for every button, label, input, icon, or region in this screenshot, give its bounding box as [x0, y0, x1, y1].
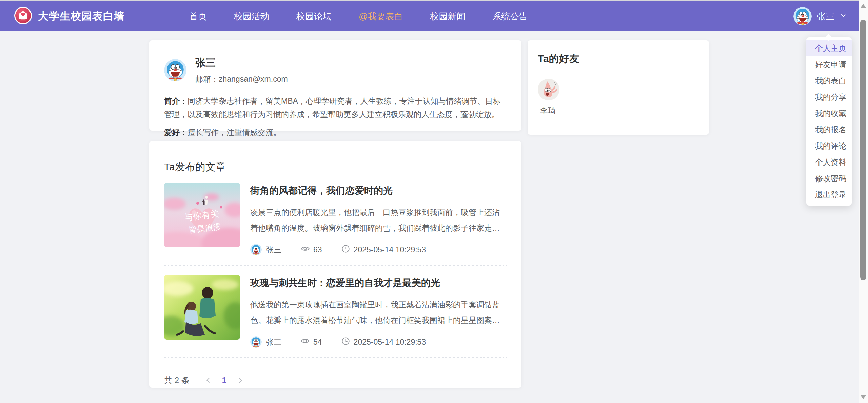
pagination-prev-button[interactable]: [204, 376, 213, 385]
menu-item-profile-info[interactable]: 个人资料: [806, 154, 852, 170]
friend-avatar: [538, 79, 559, 100]
pagination-total: 共 2 条: [164, 375, 190, 386]
clock-icon: [341, 244, 350, 255]
main-content: 张三 邮箱：zhangsan@xm.com 简介：同济大学杂志社作者，留美MBA…: [149, 40, 709, 388]
user-avatar: [793, 7, 812, 25]
article-title[interactable]: 街角的风都记得，我们恋爱时的光: [250, 184, 507, 197]
views-count: 54: [313, 338, 322, 347]
divider: [164, 357, 507, 358]
chevron-down-icon: [840, 12, 847, 21]
friend-item[interactable]: 李琦: [538, 79, 565, 116]
article-thumbnail[interactable]: [164, 275, 240, 340]
nav-item-campus-news[interactable]: 校园新闻: [430, 11, 465, 22]
divider: [164, 265, 507, 266]
profile-email: 邮箱：zhangsan@xm.com: [195, 74, 288, 84]
menu-item-my-shares[interactable]: 我的分享: [806, 89, 852, 105]
menu-item-change-password[interactable]: 修改密码: [806, 170, 852, 187]
nav-item-system-announcements[interactable]: 系统公告: [492, 11, 528, 22]
menu-item-friend-requests[interactable]: 好友申请: [806, 56, 852, 73]
article-excerpt: 他送我的第一束玫瑰插在画室陶罐里时，我正戴着沾满油彩的手套调钴蓝色。花瓣上的露水…: [250, 297, 507, 328]
article-item: 街角的风都记得，我们恋爱时的光 凌晨三点的便利店暖光里，他把最后一口热豆浆推到我…: [164, 183, 507, 255]
window-scrollbar: [859, 0, 868, 403]
love-letter-logo-icon: [14, 7, 32, 26]
user-name: 张三: [817, 11, 834, 22]
menu-item-my-favorites[interactable]: 我的收藏: [806, 105, 852, 121]
articles-card: Ta发布的文章 街角的风都记得，我们恋爱时的光 凌晨三点的便利店暖光里，他把最后…: [149, 141, 521, 388]
views-count: 63: [313, 245, 322, 254]
hobby-text: 擅长写作，注重情感交流。: [188, 128, 281, 137]
email-label: 邮箱：: [195, 75, 219, 83]
views-eye-icon: [300, 336, 310, 348]
profile-name: 张三: [195, 56, 288, 70]
user-dropdown-menu: 个人主页 好友申请 我的表白 我的分享 我的收藏 我的报名 我的评论 个人资料 …: [806, 37, 852, 206]
bio-label: 简介：: [164, 97, 188, 105]
nav-item-confess[interactable]: @我要表白: [359, 11, 403, 22]
menu-item-profile-home[interactable]: 个人主页: [806, 40, 852, 56]
profile-card: 张三 邮箱：zhangsan@xm.com 简介：同济大学杂志社作者，留美MBA…: [149, 40, 521, 131]
scrollbar-down-arrow[interactable]: [861, 395, 866, 399]
hobby-label: 爱好：: [164, 128, 188, 137]
pagination: 共 2 条 1: [164, 375, 507, 386]
menu-item-my-comments[interactable]: 我的评论: [806, 138, 852, 154]
site-title: 大学生校园表白墙: [38, 9, 125, 23]
friend-name: 李琦: [538, 105, 565, 116]
profile-avatar: [164, 59, 186, 81]
menu-item-logout[interactable]: 退出登录: [806, 187, 852, 203]
publish-time: 2025-05-14 10:29:53: [354, 245, 426, 254]
window-top-edge: [0, 0, 868, 1]
views-eye-icon: [300, 244, 310, 255]
menu-item-my-registrations[interactable]: 我的报名: [806, 121, 852, 138]
nav-item-campus-forum[interactable]: 校园论坛: [296, 11, 332, 22]
scrollbar-up-arrow[interactable]: [861, 4, 866, 8]
friends-card: Ta的好友 李琦: [528, 40, 709, 135]
article-item: 玫瑰与刺共生时：恋爱里的自我才是最美的光 他送我的第一束玫瑰插在画室陶罐里时，我…: [164, 275, 507, 348]
nav-item-home[interactable]: 首页: [189, 11, 207, 22]
article-excerpt: 凌晨三点的便利店暖光里，他把最后一口热豆浆推到我面前，吸管上还沾着他嘴角的温度。…: [250, 205, 507, 236]
article-thumbnail[interactable]: [164, 183, 240, 247]
pagination-next-button[interactable]: [236, 376, 245, 385]
author-avatar: [250, 336, 262, 348]
nav-item-campus-activities[interactable]: 校园活动: [234, 11, 269, 22]
menu-item-my-confessions[interactable]: 我的表白: [806, 73, 852, 89]
author-name: 张三: [266, 337, 281, 347]
publish-time: 2025-05-14 10:29:53: [354, 338, 426, 347]
article-meta: 张三 54: [250, 336, 507, 348]
user-dropdown-trigger[interactable]: 张三: [793, 7, 847, 25]
bio-text: 同济大学杂志社作者，留美MBA，心理学研究者，人生教练，专注于认知与情绪调节、目…: [164, 97, 501, 119]
pagination-page-1[interactable]: 1: [222, 376, 226, 385]
friends-section-title: Ta的好友: [538, 52, 699, 66]
clock-icon: [341, 337, 350, 348]
scrollbar-thumb[interactable]: [860, 20, 866, 280]
article-title[interactable]: 玫瑰与刺共生时：恋爱里的自我才是最美的光: [250, 276, 507, 289]
main-nav: 首页 校园活动 校园论坛 @我要表白 校园新闻 系统公告: [189, 11, 528, 22]
author-name: 张三: [266, 245, 281, 255]
brand[interactable]: 大学生校园表白墙: [14, 7, 125, 26]
author-avatar: [250, 244, 262, 255]
article-meta: 张三 63: [250, 244, 507, 255]
profile-hobby: 爱好：擅长写作，注重情感交流。: [164, 126, 507, 139]
email-value: zhangsan@xm.com: [219, 75, 288, 83]
profile-bio: 简介：同济大学杂志社作者，留美MBA，心理学研究者，人生教练，专注于认知与情绪调…: [164, 95, 507, 121]
top-navbar: 大学生校园表白墙 首页 校园活动 校园论坛 @我要表白 校园新闻 系统公告 张三: [0, 1, 859, 31]
articles-section-title: Ta发布的文章: [164, 160, 507, 174]
